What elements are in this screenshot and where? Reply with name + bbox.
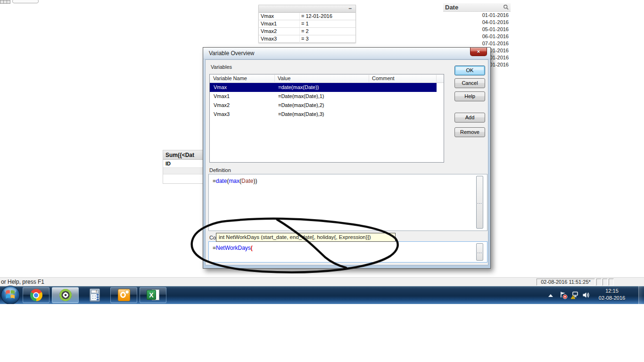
- partial-table-icon: [0, 0, 10, 4]
- taskbar-button-qlikview[interactable]: [52, 287, 79, 303]
- variable-row[interactable]: Vmax2 =Date(max(Date),2): [210, 101, 444, 110]
- close-icon[interactable]: ×: [470, 48, 487, 56]
- dialog-titlebar[interactable]: Variable Overview: [203, 48, 490, 59]
- variable-value: =Date(max(Date),2): [278, 101, 324, 109]
- variable-name: Vmax3: [214, 110, 230, 118]
- table-row: Vmax3 = 3: [259, 35, 355, 43]
- taskbar-button-chrome[interactable]: [23, 287, 50, 303]
- show-desktop-button[interactable]: [638, 286, 644, 304]
- autocomplete-tooltip: int NetWorkDays (start_date, end_date[, …: [216, 233, 396, 242]
- table-row: [163, 168, 207, 174]
- table-row: [163, 174, 207, 183]
- taskbar-button-outlook[interactable]: [110, 287, 137, 303]
- variable-name: Vmax: [261, 13, 274, 20]
- status-timestamp: 02-08-2016 11:51:25*: [537, 279, 595, 286]
- show-hidden-icons-chevron[interactable]: [548, 294, 553, 297]
- partial-toolbar-fragment: [12, 0, 39, 3]
- comment-textarea[interactable]: =NetWorkDays(: [208, 241, 487, 263]
- outlook-icon: [118, 289, 130, 301]
- dialog-title: Variable Overview: [209, 50, 254, 57]
- list-item[interactable]: 06-01-2016: [443, 33, 511, 40]
- variable-name: Vmax1: [261, 20, 277, 27]
- expression-token: NetWorkDays: [216, 245, 251, 251]
- help-button[interactable]: Help: [454, 91, 485, 101]
- variable-overview-dialog: Variable Overview × Variables Variable N…: [203, 47, 491, 269]
- expression-token: Date: [241, 178, 253, 184]
- excel-icon: [147, 289, 159, 301]
- expression-token: date: [216, 178, 227, 184]
- minimize-icon[interactable]: −: [348, 5, 352, 12]
- table-row: Vmax1 = 1: [259, 20, 355, 28]
- status-help-text: or Help, press F1: [1, 279, 44, 285]
- definition-textarea[interactable]: =date(max(Date)): [208, 174, 487, 231]
- search-icon[interactable]: [503, 4, 509, 10]
- list-header: Variable Name Value Comment: [210, 74, 444, 83]
- add-button[interactable]: Add: [454, 113, 485, 123]
- status-bar: or Help, press F1 02-08-2016 11:51:25*: [0, 277, 644, 286]
- expression-token: max: [229, 178, 239, 184]
- expression-token: (: [251, 245, 253, 251]
- variables-group-label: Variables: [211, 64, 232, 70]
- qlikview-icon: [59, 289, 72, 301]
- sum-expression-table-partial: Sum({<Dat ID: [163, 150, 207, 184]
- variable-value: = 3: [301, 35, 309, 42]
- status-panel: [609, 279, 614, 286]
- variable-value: =Date(max(Date),3): [278, 110, 324, 118]
- taskbar: 0 12:15 02-08-2016: [0, 286, 644, 304]
- table-row: Vmax2 = 2: [259, 28, 355, 35]
- dimension-column-header: ID: [163, 160, 207, 168]
- start-button[interactable]: [0, 285, 20, 305]
- variable-value: =date(max(Date)): [278, 83, 319, 91]
- dialog-client-area: Variables Variable Name Value Comment Vm…: [205, 59, 488, 265]
- app-sheet-area: − Vmax = 12-01-2016 Vmax1 = 1 Vmax2 = 2 …: [0, 0, 644, 304]
- tray-clock[interactable]: 12:15 02-08-2016: [593, 288, 631, 302]
- ok-button[interactable]: OK: [454, 66, 485, 75]
- calculator-display: 0: [91, 290, 99, 293]
- variable-row-selected[interactable]: Vmax =date(max(Date)): [210, 83, 437, 92]
- variable-row[interactable]: Vmax1 =Date(max(Date),1): [210, 92, 444, 101]
- column-header-comment[interactable]: Comment: [369, 74, 436, 82]
- status-panel: [596, 279, 602, 286]
- network-status-icon[interactable]: [570, 291, 579, 299]
- variable-value: =Date(max(Date),1): [278, 92, 324, 100]
- vmax-table-caption[interactable]: −: [259, 5, 355, 13]
- expression-column-header: Sum({<Dat: [163, 150, 207, 160]
- variable-name: Vmax2: [214, 101, 230, 109]
- date-listbox-header[interactable]: Date: [443, 3, 511, 12]
- chrome-icon: [30, 289, 42, 301]
- cancel-button[interactable]: Cancel: [454, 78, 485, 88]
- variable-name: Vmax1: [214, 92, 230, 100]
- expression-token: )): [253, 178, 257, 184]
- column-header-variable-name[interactable]: Variable Name: [210, 74, 274, 82]
- list-item[interactable]: 05-01-2016: [443, 26, 511, 33]
- variable-value: = 1: [301, 20, 309, 27]
- action-center-flag-icon[interactable]: [559, 291, 568, 299]
- table-row: Vmax = 12-01-2016: [259, 13, 355, 20]
- column-header-value[interactable]: Value: [274, 74, 369, 82]
- remove-button[interactable]: Remove: [454, 127, 485, 137]
- definition-expand-button[interactable]: ...: [476, 176, 483, 229]
- canvas-whitespace: [0, 304, 644, 362]
- status-panel: [603, 279, 608, 286]
- list-item[interactable]: 07-01-2016: [443, 40, 511, 47]
- variable-value: = 2: [301, 28, 309, 35]
- comment-expand-button[interactable]: ...: [476, 243, 483, 261]
- tray-date: 02-08-2016: [593, 295, 631, 302]
- variable-name: Vmax2: [261, 28, 277, 35]
- vmax-values-table: − Vmax = 12-01-2016 Vmax1 = 1 Vmax2 = 2 …: [258, 5, 356, 43]
- list-item[interactable]: 01-01-2016: [443, 12, 511, 19]
- date-listbox-title: Date: [445, 4, 458, 11]
- variable-name: Vmax3: [261, 35, 277, 42]
- tray-time: 12:15: [593, 288, 631, 295]
- expression-token: =: [213, 178, 216, 184]
- definition-label: Definition: [209, 167, 231, 173]
- variable-name: Vmax: [214, 83, 227, 91]
- variable-row[interactable]: Vmax3 =Date(max(Date),3): [210, 110, 444, 119]
- list-item[interactable]: 04-01-2016: [443, 19, 511, 26]
- variables-list: Variable Name Value Comment Vmax =date(m…: [209, 74, 444, 163]
- taskbar-button-calculator[interactable]: 0: [81, 287, 108, 303]
- expression-token: =: [213, 245, 216, 251]
- volume-icon[interactable]: [582, 291, 590, 299]
- variable-value: = 12-01-2016: [301, 13, 332, 20]
- taskbar-button-excel[interactable]: [140, 287, 166, 303]
